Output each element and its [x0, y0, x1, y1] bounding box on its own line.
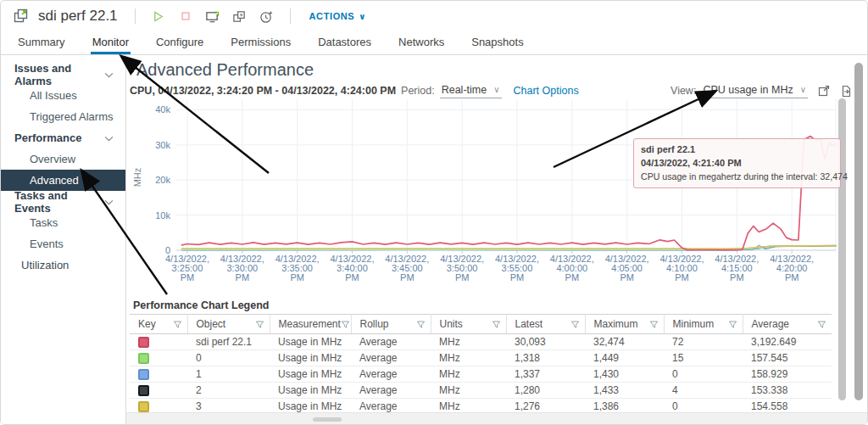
- tab-bar: SummaryMonitorConfigurePermissionsDatast…: [1, 31, 867, 55]
- filter-icon[interactable]: [728, 320, 737, 329]
- tab-datastores[interactable]: Datastores: [316, 32, 373, 54]
- cell-minimum: 72: [664, 334, 743, 350]
- cell-average: 153.338: [743, 383, 832, 399]
- cell-measurement: Usage in MHz: [270, 334, 351, 350]
- cell-units: MHz: [431, 383, 506, 399]
- filter-icon[interactable]: [570, 320, 580, 329]
- tab-networks[interactable]: Networks: [397, 32, 446, 54]
- column-header-measurement[interactable]: Measurement: [270, 315, 351, 334]
- tooltip-title: sdi perf 22.1: [641, 143, 833, 157]
- monitor-sidebar: Issues and AlarmsAll IssuesTriggered Ala…: [1, 55, 126, 425]
- sidebar-item-events[interactable]: Events: [1, 233, 125, 254]
- chevron-down-icon: [104, 195, 114, 208]
- sidebar-item-overview[interactable]: Overview: [1, 148, 125, 170]
- column-label: Rollup: [360, 318, 389, 330]
- cell-units: MHz: [431, 350, 506, 366]
- schedule-task-icon[interactable]: [258, 7, 276, 25]
- sidebar-item-all-issues[interactable]: All Issues: [1, 85, 125, 106]
- sidebar-item-label: All Issues: [30, 89, 77, 102]
- performance-chart[interactable]: 010k20k30k40k4/13/2022,3:25:00PM4/13/202…: [130, 92, 846, 296]
- cell-maximum: 1,433: [585, 383, 664, 399]
- cell-maximum: 1,449: [585, 350, 664, 366]
- cell-average: 157.545: [743, 350, 832, 366]
- column-label: Key: [138, 318, 156, 330]
- cell-minimum: 0: [664, 366, 743, 383]
- cell-measurement: Usage in MHz: [270, 383, 351, 399]
- tab-summary[interactable]: Summary: [16, 32, 67, 54]
- power-on-icon[interactable]: [149, 7, 168, 25]
- column-header-latest[interactable]: Latest: [506, 315, 585, 334]
- actions-button[interactable]: ACTIONS ∨: [309, 11, 366, 21]
- sidebar-item-label: Tasks and Events: [14, 189, 104, 215]
- svg-text:MHz: MHz: [132, 168, 142, 187]
- legend-row-0[interactable]: 0Usage in MHzAverageMHz1,3181,44915157.5…: [130, 350, 832, 366]
- tab-monitor[interactable]: Monitor: [91, 32, 131, 54]
- column-header-key[interactable]: Key: [130, 315, 187, 334]
- column-header-object[interactable]: Object: [187, 315, 270, 334]
- sidebar-item-label: Tasks: [30, 216, 58, 229]
- cell-measurement: Usage in MHz: [270, 350, 351, 366]
- launch-console-icon[interactable]: [203, 7, 222, 25]
- filter-icon[interactable]: [173, 320, 182, 329]
- divider: [290, 8, 291, 24]
- column-header-rollup[interactable]: Rollup: [351, 315, 431, 334]
- series-color-swatch: [138, 353, 149, 364]
- column-header-minimum[interactable]: Minimum: [664, 315, 743, 334]
- tab-configure[interactable]: Configure: [154, 32, 205, 54]
- svg-text:4/13/2022,4:20:00PM: 4/13/2022,4:20:00PM: [770, 254, 814, 282]
- series-color-swatch: [138, 369, 149, 380]
- divider: [135, 8, 136, 24]
- sidebar-item-label: Advanced: [30, 174, 79, 187]
- sidebar-item-label: Triggered Alarms: [30, 110, 114, 123]
- table-hscroll-thumb[interactable]: [313, 417, 342, 422]
- page-scrollbar-thumb[interactable]: [854, 63, 863, 400]
- sidebar-item-issues-and-alarms[interactable]: Issues and Alarms: [1, 64, 125, 85]
- column-label: Latest: [515, 318, 543, 330]
- sidebar-item-utilization[interactable]: Utilization: [1, 254, 125, 276]
- column-label: Units: [440, 318, 463, 330]
- cell-rollup: Average: [351, 366, 431, 383]
- vm-icon: [13, 8, 30, 25]
- svg-text:4/13/2022,4:00:00PM: 4/13/2022,4:00:00PM: [550, 254, 594, 282]
- legend-row-1[interactable]: 1Usage in MHzAverageMHz1,3371,4300158.92…: [130, 366, 832, 383]
- chevron-down-icon: ∨: [359, 12, 366, 21]
- column-label: Maximum: [594, 318, 638, 330]
- cell-latest: 1,318: [506, 350, 585, 366]
- vsphere-window: sdi perf 22.1: [0, 0, 868, 425]
- filter-icon[interactable]: [817, 320, 826, 329]
- svg-text:4/13/2022,3:35:00PM: 4/13/2022,3:35:00PM: [275, 254, 320, 282]
- migrate-icon[interactable]: [231, 7, 249, 25]
- legend-row-sdi-perf-22.1[interactable]: sdi perf 22.1Usage in MHzAverageMHz30,09…: [130, 334, 832, 350]
- sidebar-item-tasks-and-events[interactable]: Tasks and Events: [1, 191, 125, 212]
- svg-text:4/13/2022,3:30:00PM: 4/13/2022,3:30:00PM: [220, 254, 264, 282]
- svg-text:40k: 40k: [155, 104, 170, 115]
- cell-rollup: Average: [351, 383, 431, 399]
- svg-text:4/13/2022,4:15:00PM: 4/13/2022,4:15:00PM: [715, 254, 759, 282]
- filter-icon[interactable]: [492, 320, 501, 329]
- svg-text:4/13/2022,3:25:00PM: 4/13/2022,3:25:00PM: [165, 254, 209, 282]
- cell-object: 2: [187, 383, 270, 399]
- filter-icon[interactable]: [416, 320, 426, 329]
- sidebar-item-advanced[interactable]: Advanced: [1, 170, 125, 191]
- column-header-units[interactable]: Units: [431, 315, 506, 334]
- power-off-icon[interactable]: [176, 7, 195, 25]
- sidebar-item-performance[interactable]: Performance: [1, 127, 125, 148]
- tab-permissions[interactable]: Permissions: [229, 32, 292, 54]
- legend-row-2[interactable]: 2Usage in MHzAverageMHz1,2801,4334153.33…: [130, 383, 832, 399]
- sidebar-item-tasks[interactable]: Tasks: [1, 212, 125, 233]
- object-header: sdi perf 22.1: [1, 1, 867, 31]
- filter-icon[interactable]: [649, 320, 659, 329]
- chevron-down-icon: [104, 68, 114, 81]
- sidebar-item-triggered-alarms[interactable]: Triggered Alarms: [1, 106, 125, 127]
- svg-text:20k: 20k: [155, 175, 170, 185]
- column-header-average[interactable]: Average: [743, 315, 832, 334]
- filter-icon[interactable]: [341, 320, 350, 329]
- column-header-maximum[interactable]: Maximum: [585, 315, 664, 334]
- filter-icon[interactable]: [255, 320, 264, 329]
- cell-minimum: 15: [664, 350, 743, 366]
- cell-units: MHz: [431, 366, 506, 383]
- cell-average: 158.929: [743, 366, 832, 383]
- column-label: Average: [752, 318, 789, 330]
- cell-average: 3,192.649: [743, 334, 832, 350]
- tab-snapshots[interactable]: Snapshots: [470, 32, 525, 54]
